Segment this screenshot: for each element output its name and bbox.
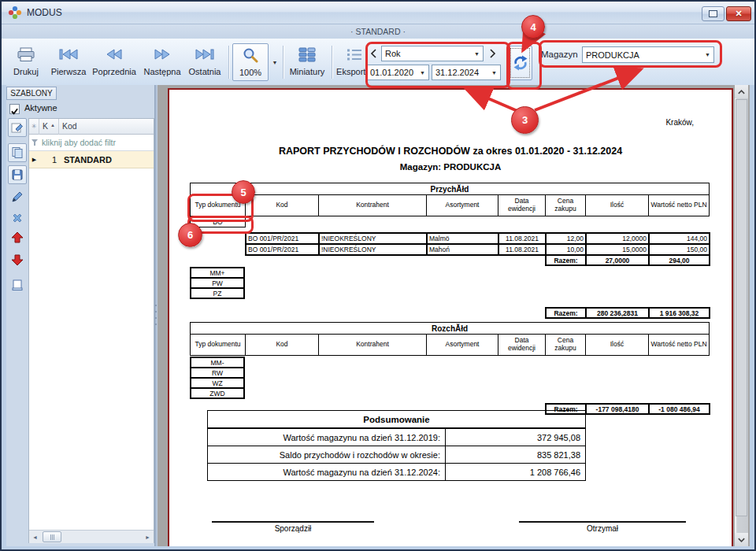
table-row: BO 001/PR/2021 !NIEOKREŚLONY Mahoń 11.08…	[246, 244, 710, 255]
copy-template-button[interactable]	[8, 143, 27, 162]
prev-page-button[interactable]: Poprzednia	[90, 43, 139, 81]
export-list-icon	[346, 48, 362, 61]
chevron-left-icon	[369, 48, 377, 59]
viewer-vscrollbar[interactable]	[735, 85, 748, 546]
magazyn-select[interactable]: PRODUKCJA ▼	[582, 46, 714, 63]
report-viewer: Kraków, RAPORT PRZYCHODÓW I ROZCHODÓW za…	[158, 85, 750, 546]
zoom-dropdown-button[interactable]: ▼	[269, 43, 280, 81]
grid-col-kod[interactable]: Kod	[62, 121, 77, 131]
template-row-standard[interactable]: ▶ 1 STANDARD	[29, 151, 154, 168]
rozchod-section-title: RozchĂłd	[191, 323, 710, 335]
rename-template-button[interactable]	[8, 187, 27, 206]
signature-line-right	[519, 521, 686, 523]
hscroll-thumb[interactable]	[43, 531, 61, 542]
prev-page-label: Poprzednia	[90, 65, 139, 78]
print-button[interactable]: Drukuj	[8, 43, 44, 81]
col-header-cena: Cena zakupu	[546, 195, 586, 216]
delete-template-button[interactable]	[8, 209, 27, 227]
period-prev-button[interactable]	[367, 46, 380, 61]
vscroll-thumb[interactable]	[736, 99, 747, 516]
cell-kod: BO 001/PR/2021	[246, 244, 319, 255]
template-row-num: 1	[39, 155, 59, 165]
cell-kod: BO 001/PR/2021	[246, 233, 319, 244]
active-checkbox[interactable]	[9, 104, 20, 114]
first-page-button[interactable]: Pierwsza	[47, 43, 90, 81]
grid-header[interactable]: ✳ K ▲ Kod	[29, 119, 154, 135]
przychod-data-rows: BO 001/PR/2021 !NIEOKREŚLONY Malmö 11.08…	[245, 232, 710, 256]
razem-wartosc: -1 080 486,94	[649, 404, 710, 414]
save-template-button[interactable]	[8, 165, 27, 184]
grid-col-k[interactable]: K	[43, 121, 48, 131]
refresh-button[interactable]	[508, 46, 532, 80]
col-header-typ: Typ dokumentu	[191, 335, 246, 356]
summary-label: Wartość magazynu na dzień 31.12.2024:	[208, 464, 446, 481]
scroll-left-icon[interactable]: ◄	[29, 531, 41, 542]
grid-filter-row[interactable]: kliknij aby dodać filtr	[29, 135, 154, 151]
summary-label: Saldo przychodów i rozchodów w okresie:	[208, 446, 446, 464]
period-type-select[interactable]: Rok ▼	[381, 46, 484, 61]
restore-button[interactable]	[702, 6, 724, 21]
toolbar-separator	[228, 46, 230, 79]
cell-cena: 10,00	[546, 244, 586, 255]
star-icon: ✳	[32, 123, 37, 130]
scroll-right-icon[interactable]: ►	[142, 531, 154, 542]
col-header-ilosc: Ilość	[586, 335, 649, 356]
last-page-button[interactable]: Ostatnia	[184, 43, 225, 81]
grid-column-divider	[39, 119, 39, 135]
thumbnails-button[interactable]: Miniatury	[287, 43, 328, 81]
save-icon	[11, 168, 24, 181]
scroll-up-button[interactable]	[735, 85, 748, 98]
report-subtitle: Magazyn: PRODUKCJA	[169, 162, 732, 172]
move-up-button[interactable]	[8, 228, 27, 247]
zoom-button[interactable]: 100%	[232, 43, 269, 81]
zoom-label: 100%	[233, 66, 268, 79]
col-header-wartosc: Wartość netto PLN	[649, 195, 710, 216]
col-header-wartosc: Wartość netto PLN	[649, 335, 710, 356]
group-label: RW	[191, 368, 244, 378]
col-header-typ: Typ dokumentu	[191, 195, 246, 216]
close-button[interactable]: ✕	[726, 6, 751, 21]
col-header-asortyment: Asortyment	[427, 335, 498, 356]
last-page-label: Ostatnia	[184, 65, 225, 78]
col-header-cena: Cena zakupu	[546, 335, 586, 356]
summary-table: Podsumowanie Wartość magazynu na dzień 3…	[207, 410, 586, 481]
col-header-data: Data ewidencji	[498, 335, 546, 356]
group-label: WZ	[191, 378, 244, 388]
date-from-select[interactable]: 01.01.2020 ▼	[366, 65, 429, 80]
template-bar: · STANDARD ·	[2, 24, 754, 39]
next-page-button[interactable]: Następna	[140, 43, 184, 81]
report-city: Kraków,	[665, 118, 694, 127]
active-checkbox-label: Aktywne	[24, 103, 57, 113]
table-row: BO 001/PR/2021 !NIEOKREŚLONY Malmö 11.08…	[246, 233, 710, 244]
sidebar-hscrollbar[interactable]: ◄ ►	[29, 530, 154, 543]
group-label: PW	[191, 278, 244, 288]
period-next-button[interactable]	[487, 46, 499, 61]
scroll-down-button[interactable]	[735, 533, 748, 546]
date-from-value: 01.01.2020	[370, 68, 413, 77]
last-page-icon	[195, 49, 215, 60]
col-header-kontrahent: Kontrahent	[319, 335, 427, 356]
przychod-table: PrzychĂłd Typ dokumentu Kod Kontrahent A…	[190, 183, 710, 227]
move-down-button[interactable]	[8, 250, 27, 269]
signature-label-right: Otrzymał	[519, 524, 686, 533]
signature-label-left: Sporządził	[212, 524, 374, 533]
new-page-button[interactable]	[8, 276, 27, 294]
edit-template-button[interactable]	[8, 118, 27, 137]
printer-icon	[17, 47, 35, 62]
row-marker-icon: ▶	[29, 157, 39, 163]
summary-title: Podsumowanie	[208, 411, 586, 429]
templates-tab[interactable]: SZABLONY	[6, 87, 57, 100]
report-page: Kraków, RAPORT PRZYCHODÓW I ROZCHODÓW za…	[168, 88, 733, 546]
grid-column-divider	[58, 119, 59, 135]
magnifier-icon	[243, 47, 258, 63]
templates-grid: ✳ K ▲ Kod kliknij aby dodać filtr ▶ 1	[28, 118, 154, 543]
scroll-down-icon	[737, 537, 746, 543]
signature-line-left	[212, 521, 374, 523]
razem-label: Razem:	[546, 308, 586, 318]
thumbnails-label: Miniatury	[287, 65, 328, 78]
col-header-kod: Kod	[246, 195, 319, 216]
przychod-section-title: PrzychĂłd	[191, 183, 710, 195]
close-icon: ✕	[735, 9, 742, 19]
date-to-select[interactable]: 31.12.2024 ▼	[432, 65, 501, 80]
chevron-down-icon: ▼	[272, 60, 278, 65]
